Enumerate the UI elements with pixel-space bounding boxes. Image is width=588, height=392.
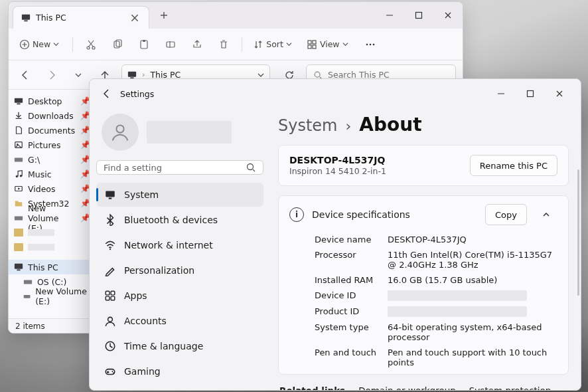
sidebar-item-account[interactable]: Accounts [96, 309, 263, 333]
svg-rect-43 [111, 296, 115, 300]
sidebar-item-bluetooth[interactable]: Bluetooth & devices [96, 208, 263, 232]
nav-tree-child-label: OS (C:) [37, 277, 66, 287]
device-name: DESKTOP-4L537JQ [289, 155, 470, 165]
sidebar-item-gaming[interactable]: Gaming [96, 359, 263, 383]
nav-item[interactable]: Videos📌 [9, 181, 96, 196]
close-window-button[interactable] [433, 2, 463, 29]
svg-rect-33 [24, 295, 31, 298]
nav-item[interactable]: Downloads📌 [9, 108, 96, 123]
delete-button[interactable] [212, 34, 235, 55]
cut-button[interactable] [80, 34, 102, 55]
new-button[interactable]: New [15, 34, 66, 55]
spec-value: 64-bit operating system, x64-based proce… [388, 322, 557, 342]
nav-item-label: Videos [28, 184, 56, 194]
device-model: Inspiron 14 5410 2-in-1 [289, 166, 470, 176]
share-button[interactable] [186, 34, 208, 55]
sidebar-item-brush[interactable]: Personalization [96, 258, 263, 282]
minimize-button[interactable] [375, 2, 404, 29]
nav-tree-child-label: New Volume (E:) [35, 286, 90, 306]
specs-header: Device specifications [312, 209, 410, 220]
related-link[interactable]: Domain or workgroup [358, 385, 456, 390]
video-icon [14, 184, 23, 193]
spec-key: Installed RAM [315, 275, 388, 285]
nav-item-label [28, 244, 54, 250]
sidebar-item-system[interactable]: System [96, 183, 263, 207]
spec-key: System type [315, 322, 388, 342]
drive-icon [23, 277, 33, 286]
svg-rect-29 [15, 216, 23, 220]
close-window-button[interactable] [545, 80, 574, 107]
nav-tree-label: This PC [28, 262, 58, 272]
nav-recent-button[interactable] [68, 65, 88, 85]
scrollbar[interactable] [577, 169, 579, 296]
chevron-down-icon[interactable] [257, 72, 264, 78]
nav-back-button[interactable] [15, 65, 35, 85]
page-title: About [359, 114, 421, 136]
maximize-button[interactable] [516, 80, 545, 107]
nav-item[interactable]: Documents📌 [9, 123, 96, 138]
breadcrumb: System › About [278, 114, 569, 136]
svg-rect-37 [106, 191, 115, 197]
svg-point-5 [92, 47, 95, 49]
nav-forward-button[interactable] [42, 65, 62, 85]
spec-key: Pen and touch [315, 347, 388, 367]
explorer-nav-pane[interactable]: Desktop📌Downloads📌Documents📌Pictures📌G:\… [9, 90, 96, 318]
svg-rect-10 [167, 42, 175, 47]
nav-item-label: Documents [28, 126, 75, 136]
music-icon [14, 169, 23, 179]
sort-button[interactable]: Sort [249, 34, 299, 55]
folder-icon [14, 199, 23, 208]
nav-item[interactable]: Music📌 [9, 167, 96, 181]
back-button[interactable] [96, 83, 117, 104]
profile-card[interactable] [96, 111, 263, 153]
svg-rect-38 [109, 198, 112, 199]
nav-item[interactable] [9, 240, 96, 254]
svg-rect-32 [24, 280, 32, 284]
related-link[interactable]: System protection [469, 385, 551, 390]
nav-item[interactable]: Pictures📌 [9, 138, 96, 152]
nav-item[interactable]: Desktop📌 [9, 94, 96, 108]
svg-rect-12 [313, 41, 316, 44]
svg-rect-14 [313, 45, 316, 49]
copy-button[interactable] [106, 34, 129, 55]
svg-point-47 [111, 371, 113, 372]
nav-tree-drive[interactable]: New Volume (E:) [9, 289, 96, 304]
explorer-tab-title: This PC [36, 13, 123, 23]
spec-value: Pen and touch support with 10 touch poin… [388, 347, 557, 367]
copy-specs-button[interactable]: Copy [485, 204, 527, 225]
more-button[interactable] [359, 34, 382, 55]
explorer-tab-this-pc[interactable]: This PC [13, 6, 149, 29]
sidebar-item-wifi[interactable]: Network & internet [96, 233, 263, 257]
nav-item-label: Desktop [28, 96, 62, 106]
svg-rect-34 [528, 91, 534, 97]
rename-button[interactable] [159, 34, 182, 55]
rename-pc-button[interactable]: Rename this PC [470, 155, 557, 176]
svg-rect-41 [111, 291, 115, 295]
minimize-button[interactable] [486, 80, 516, 107]
sidebar-item-label: Apps [124, 290, 147, 301]
spec-key: Device name [315, 235, 388, 245]
spec-value-redacted [388, 306, 557, 317]
close-tab-icon[interactable] [129, 12, 141, 24]
related-header: Related links [279, 385, 345, 390]
svg-rect-22 [17, 104, 20, 105]
document-icon [14, 126, 23, 135]
spec-key: Product ID [315, 306, 388, 317]
explorer-ribbon: New Sort View [9, 29, 463, 60]
crumb-system[interactable]: System [278, 116, 338, 135]
new-tab-button[interactable] [153, 5, 175, 26]
nav-item[interactable]: G:\📌 [9, 152, 96, 167]
nav-tree-this-pc[interactable]: This PC [9, 260, 96, 274]
find-setting-input[interactable]: Find a setting [96, 160, 263, 175]
maximize-button[interactable] [404, 2, 433, 29]
svg-point-16 [369, 43, 371, 45]
sidebar-item-apps[interactable]: Apps [96, 284, 263, 308]
nav-item[interactable]: New Volume (E:)📌 [9, 211, 96, 225]
paste-button[interactable] [133, 34, 155, 55]
collapse-button[interactable] [535, 204, 557, 225]
sidebar-item-label: Accounts [124, 316, 167, 326]
sidebar-item-time[interactable]: Time & language [96, 334, 263, 358]
view-button[interactable]: View [303, 34, 355, 55]
svg-point-4 [87, 47, 90, 49]
svg-rect-30 [15, 264, 23, 269]
